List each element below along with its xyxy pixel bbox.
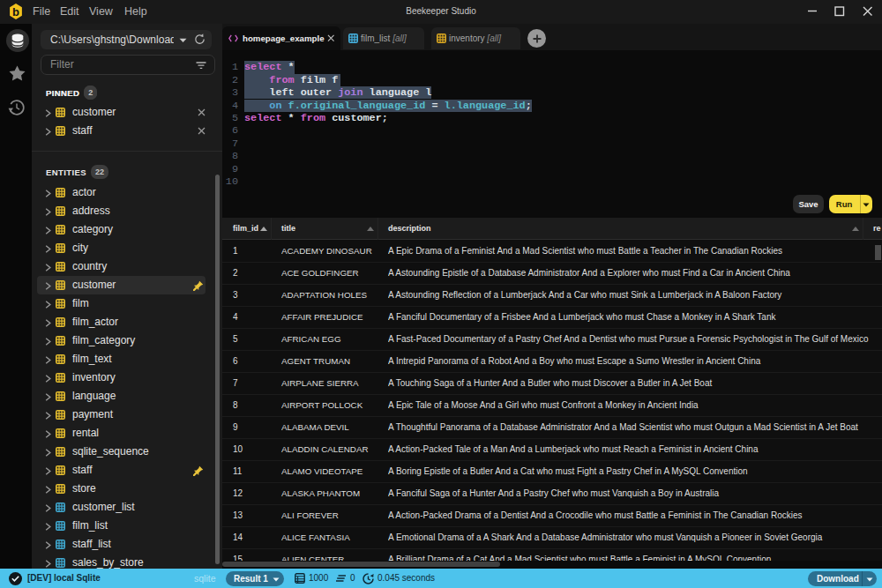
svg-text:b: b: [12, 5, 19, 19]
